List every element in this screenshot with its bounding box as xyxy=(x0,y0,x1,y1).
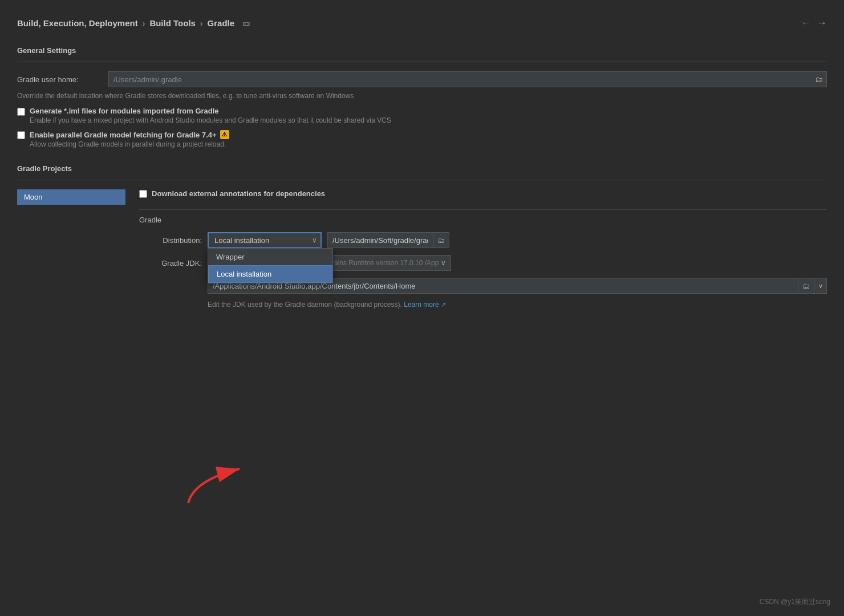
dropdown-item-wrapper[interactable]: Wrapper xyxy=(208,249,332,265)
breadcrumb-sep1: › xyxy=(143,19,145,28)
parallel-gradle-checkbox[interactable] xyxy=(17,131,25,139)
warning-icon: ⚠ xyxy=(220,130,229,139)
distribution-select[interactable]: Wrapper Local installation xyxy=(208,232,322,248)
distribution-path-group: 🗂 xyxy=(327,232,449,248)
breadcrumb-sep2: › xyxy=(200,19,203,28)
gradle-projects-section: Gradle Projects Moon Download external a… xyxy=(17,164,827,309)
jdk-description-text: JetBrains Runtime version 17.0.10 /App xyxy=(318,259,439,267)
parallel-gradle-hint: Allow collecting Gradle models in parall… xyxy=(30,140,229,148)
gradle-subsection-title: Gradle xyxy=(139,209,827,224)
distribution-dropdown-wrapper: Wrapper Local installation ∨ Wrapper Loc… xyxy=(208,232,322,248)
project-settings-panel: Download external annotations for depend… xyxy=(125,189,827,309)
parallel-gradle-label: Enable parallel Gradle model fetching fo… xyxy=(30,130,229,139)
annotation-label: Download external annotations for depend… xyxy=(152,189,325,198)
annotation-row: Download external annotations for depend… xyxy=(139,189,827,198)
jdk-path-folder-button[interactable]: 🗂 xyxy=(798,278,814,294)
parallel-gradle-content: Enable parallel Gradle model fetching fo… xyxy=(30,130,229,148)
divider-projects xyxy=(17,180,827,180)
window-icon: ▭ xyxy=(242,19,250,28)
gradle-user-home-row: Gradle user home: 🗂 xyxy=(17,71,827,87)
generate-iml-checkbox[interactable] xyxy=(17,108,25,116)
gradle-user-home-input-group: 🗂 xyxy=(108,71,827,87)
general-settings-section: General Settings Gradle user home: 🗂 Ove… xyxy=(17,46,827,148)
gradle-projects-title: Gradle Projects xyxy=(17,164,827,173)
generate-iml-hint: Enable if you have a mixed project with … xyxy=(30,116,391,124)
arrow-annotation xyxy=(177,452,268,510)
projects-body: Moon Download external annotations for d… xyxy=(17,189,827,309)
generate-iml-label: Generate *.iml files for modules importe… xyxy=(30,107,391,115)
jdk-hint-text: Edit the JDK used by the Gradle daemon (… xyxy=(208,301,402,309)
jdk-dropdown[interactable]: JetBrains Runtime version 17.0.10 /App ∨ xyxy=(314,255,451,271)
jdk-path-chevron-button[interactable]: ∨ xyxy=(814,278,827,294)
distribution-path-input[interactable] xyxy=(327,232,433,248)
general-settings-title: General Settings xyxy=(17,46,827,55)
annotation-checkbox[interactable] xyxy=(139,190,147,198)
distribution-label: Distribution: xyxy=(139,236,202,245)
parallel-gradle-row: Enable parallel Gradle model fetching fo… xyxy=(17,130,827,148)
distribution-row: Distribution: Wrapper Local installation… xyxy=(139,232,827,248)
gradle-user-home-hint: Override the default location where Grad… xyxy=(17,92,827,100)
gradle-user-home-input[interactable] xyxy=(108,71,811,87)
breadcrumb-nav: ← → xyxy=(801,17,827,29)
jdk-label: Gradle JDK: xyxy=(139,259,202,268)
nav-forward-arrow[interactable]: → xyxy=(817,17,827,29)
generate-iml-row: Generate *.iml files for modules importe… xyxy=(17,107,827,124)
distribution-folder-button[interactable]: 🗂 xyxy=(433,232,449,248)
jdk-chevron-icon: ∨ xyxy=(441,259,446,267)
project-list: Moon xyxy=(17,189,125,309)
divider-general xyxy=(17,62,827,62)
project-item-moon[interactable]: Moon xyxy=(17,189,125,205)
dropdown-item-local[interactable]: Local installation xyxy=(208,265,332,283)
distribution-dropdown-menu: Wrapper Local installation xyxy=(208,248,333,283)
nav-back-arrow[interactable]: ← xyxy=(801,17,811,29)
jdk-hint-row: Edit the JDK used by the Gradle daemon (… xyxy=(139,301,827,309)
breadcrumb-part3[interactable]: Gradle xyxy=(208,18,235,28)
gradle-user-home-folder-button[interactable]: 🗂 xyxy=(811,71,827,87)
jdk-learn-more-link[interactable]: Learn more xyxy=(404,301,445,309)
breadcrumb-part1[interactable]: Build, Execution, Deployment xyxy=(17,18,138,28)
breadcrumb-part2[interactable]: Build Tools xyxy=(149,18,196,28)
generate-iml-content: Generate *.iml files for modules importe… xyxy=(30,107,391,124)
gradle-user-home-label: Gradle user home: xyxy=(17,75,108,84)
breadcrumb: Build, Execution, Deployment › Build Too… xyxy=(17,11,827,29)
watermark: CSDN @y1笑而过song xyxy=(760,597,830,607)
